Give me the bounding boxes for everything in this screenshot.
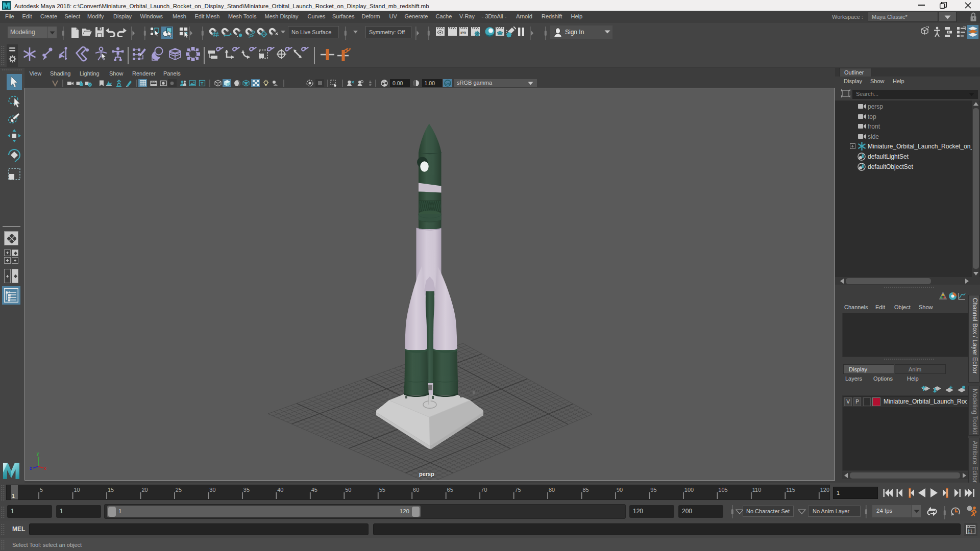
svg-text:T: T — [201, 81, 204, 86]
svg-text:20: 20 — [141, 487, 148, 493]
svg-text:IPR: IPR — [460, 31, 466, 35]
svg-text:40: 40 — [277, 487, 283, 493]
svg-text:15: 15 — [108, 487, 114, 493]
svg-text:25: 25 — [176, 487, 182, 493]
svg-text:ON: ON — [446, 82, 450, 85]
svg-text:y: y — [37, 451, 39, 456]
svg-text:80: 80 — [549, 487, 555, 493]
svg-text:30: 30 — [209, 487, 215, 493]
svg-text:100: 100 — [684, 487, 694, 493]
svg-text:35: 35 — [243, 487, 250, 493]
svg-text:55: 55 — [379, 487, 385, 493]
svg-text:50: 50 — [345, 487, 351, 493]
svg-text:60: 60 — [413, 487, 419, 493]
svg-text:115: 115 — [786, 487, 795, 493]
svg-text:120: 120 — [820, 487, 829, 493]
svg-text:5: 5 — [40, 487, 43, 493]
svg-text:75: 75 — [515, 487, 521, 493]
svg-text:45: 45 — [311, 487, 317, 493]
svg-text:10: 10 — [74, 487, 80, 493]
svg-text:70: 70 — [481, 487, 487, 493]
svg-text:85: 85 — [582, 487, 589, 493]
svg-text:90: 90 — [617, 487, 623, 493]
svg-text:105: 105 — [718, 487, 727, 493]
svg-text:110: 110 — [752, 487, 762, 493]
svg-text:95: 95 — [650, 487, 656, 493]
svg-text:z: z — [30, 466, 32, 471]
svg-text:x: x — [44, 466, 46, 471]
svg-text:65: 65 — [447, 487, 453, 493]
svg-text:{;}: {;} — [968, 529, 972, 534]
